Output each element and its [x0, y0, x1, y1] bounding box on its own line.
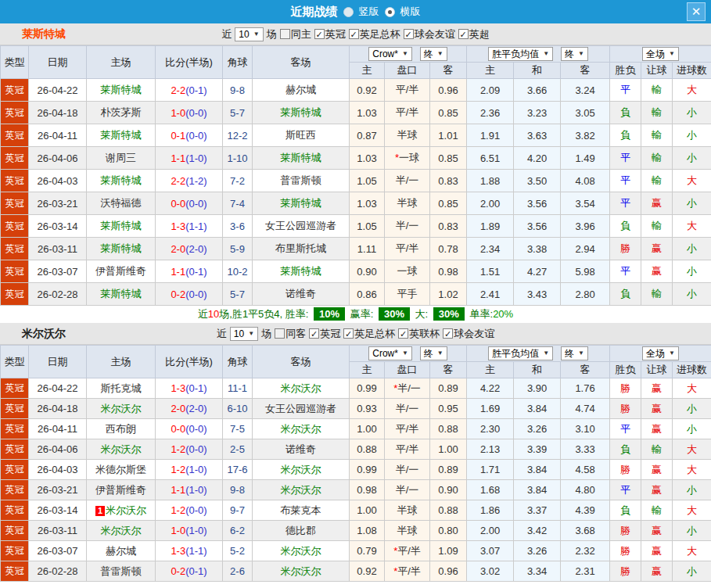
- cell-corner: 2-6: [223, 561, 253, 582]
- cell-avg-away: 2.80: [561, 283, 610, 306]
- cell-goals: 小: [673, 480, 711, 500]
- cell-avg-draw: 4.27: [514, 260, 561, 283]
- league-checkbox[interactable]: ✓: [349, 29, 359, 39]
- same-venue-option[interactable]: 同主: [280, 27, 311, 41]
- cell-away-team: 米尔沃尔: [253, 480, 350, 500]
- results-table-body: 英冠 26-04-22 斯托克城 1-3(0-1) 11-1 米尔沃尔 0.99…: [1, 378, 711, 582]
- cell-away-team: 莱斯特城: [253, 260, 350, 283]
- cell-handicap-result: 赢: [641, 561, 673, 582]
- cell-result: 平: [610, 480, 641, 500]
- league-option[interactable]: ✓ 球会友谊: [443, 327, 494, 341]
- avg-time-select[interactable]: 终▼: [561, 47, 588, 61]
- cell-odds-away: 1.00: [430, 439, 467, 460]
- league-checkbox[interactable]: ✓: [443, 328, 453, 339]
- league-option[interactable]: ✓ 英冠: [309, 327, 340, 341]
- cell-goals: 大: [673, 541, 711, 561]
- close-button[interactable]: ✕: [687, 2, 706, 21]
- league-option[interactable]: ✓ 球会友谊: [404, 27, 455, 41]
- cell-league: 英冠: [1, 215, 29, 238]
- cell-odds-away: 0.80: [430, 521, 467, 541]
- league-option[interactable]: ✓ 英足总杯: [349, 27, 400, 41]
- cell-home-team: 普雷斯顿: [87, 561, 156, 582]
- avg-select[interactable]: 胜平负均值▼: [488, 346, 553, 360]
- cell-result: 勝: [610, 238, 641, 260]
- cell-avg-home: 1.86: [467, 500, 514, 521]
- cell-corner: 12-2: [223, 124, 253, 147]
- odds-time-select[interactable]: 终▼: [420, 47, 447, 61]
- league-option[interactable]: ✓ 英冠: [314, 27, 346, 41]
- league-checkbox[interactable]: ✓: [404, 29, 414, 39]
- scope-select[interactable]: 全场▼: [642, 346, 679, 360]
- bookmaker-select[interactable]: Crow*▼: [368, 47, 412, 61]
- cell-league: 英冠: [1, 147, 29, 170]
- same-venue-checkbox[interactable]: [275, 328, 285, 339]
- cell-avg-home: 1.51: [467, 260, 514, 283]
- col-type: 类型: [1, 46, 29, 79]
- cell-corner: 5-7: [223, 283, 253, 306]
- cell-handicap: 半/一: [385, 215, 430, 238]
- col-handicap: 盘口: [385, 63, 430, 79]
- cell-away-team: 米尔沃尔: [253, 460, 350, 480]
- league-option[interactable]: ✓ 英足总杯: [343, 327, 395, 341]
- cell-handicap-result: 輸: [641, 170, 673, 192]
- cell-avg-away: 3.82: [561, 124, 610, 147]
- cell-result: 勝: [610, 541, 641, 561]
- cell-handicap-result: 輸: [641, 102, 673, 124]
- match-count-select[interactable]: 10 ▼: [230, 327, 258, 341]
- same-venue-checkbox[interactable]: [280, 29, 290, 39]
- league-option[interactable]: ✓ 英联杯: [398, 327, 440, 341]
- league-checkbox[interactable]: ✓: [343, 328, 354, 339]
- cell-league: 英冠: [1, 260, 29, 283]
- cell-odds-away: 0.88: [430, 419, 467, 439]
- league-checkbox[interactable]: ✓: [314, 29, 325, 39]
- cell-odds-home: 0.90: [350, 260, 385, 283]
- cell-odds-away: 1.02: [430, 283, 467, 306]
- cell-date: 26-04-18: [29, 102, 87, 124]
- avg-time-select[interactable]: 终▼: [561, 346, 588, 360]
- cell-corner: 6-10: [223, 399, 253, 419]
- vertical-layout-label[interactable]: 竖版: [359, 5, 379, 19]
- league-checkbox[interactable]: ✓: [309, 328, 319, 339]
- horizontal-layout-label[interactable]: 横版: [400, 5, 421, 19]
- league-checkbox[interactable]: ✓: [458, 29, 469, 39]
- vertical-layout-radio[interactable]: [343, 7, 354, 17]
- league-checkbox[interactable]: ✓: [398, 328, 408, 339]
- odds-time-select[interactable]: 终▼: [420, 346, 447, 360]
- cell-handicap: *半/一: [385, 378, 430, 399]
- cell-odds-away: 1.09: [430, 541, 467, 561]
- cell-away-team: 普雷斯顿: [253, 170, 350, 192]
- cell-goals: 大: [673, 439, 711, 460]
- team-name: 莱斯特城: [22, 27, 66, 41]
- cell-score: 0-2(0-0): [156, 283, 223, 306]
- col-type: 类型: [1, 346, 29, 378]
- cell-odds-home: 0.99: [350, 460, 385, 480]
- cell-avg-draw: 3.84: [514, 460, 561, 480]
- cell-handicap: 半/一: [385, 399, 430, 419]
- col-avg-home: 主: [467, 362, 514, 378]
- same-venue-option[interactable]: 同客: [275, 327, 306, 341]
- cell-score: 1-1(1-0): [156, 147, 223, 170]
- chevron-down-icon: ▼: [248, 328, 254, 339]
- cell-handicap: 半球: [385, 124, 430, 147]
- cell-home-team: 沃特福德: [87, 192, 156, 215]
- scope-select[interactable]: 全场▼: [642, 47, 679, 61]
- avg-group: 胜平负均值▼ 终▼: [467, 346, 610, 362]
- cell-home-team: 伊普斯维奇: [87, 260, 156, 283]
- cell-result: 勝: [610, 521, 641, 541]
- match-count-select[interactable]: 10 ▼: [235, 27, 263, 41]
- cell-home-team: 莱斯特城: [87, 238, 156, 260]
- cell-result: 平: [610, 419, 641, 439]
- cell-home-team: 赫尔城: [87, 541, 156, 561]
- cell-handicap-result: 赢: [641, 460, 673, 480]
- cell-result: 負: [610, 500, 641, 521]
- bookmaker-select[interactable]: Crow*▼: [368, 346, 412, 360]
- table-row: 英冠 26-02-28 普雷斯顿 0-2(0-1) 2-6 米尔沃尔 0.92 …: [1, 561, 711, 582]
- cell-score: 0-1(0-0): [156, 124, 223, 147]
- league-option[interactable]: ✓ 英超: [458, 27, 490, 41]
- avg-select[interactable]: 胜平负均值▼: [488, 47, 553, 61]
- table-head: 类型 日期 主场 比分(半场) 角球 客场 Crow*▼ 终▼ 胜平负均: [1, 46, 711, 79]
- horizontal-layout-radio[interactable]: [385, 7, 395, 17]
- cell-odds-home: 0.88: [350, 439, 385, 460]
- cell-date: 26-04-22: [29, 378, 87, 399]
- cell-avg-home: 2.00: [467, 521, 514, 541]
